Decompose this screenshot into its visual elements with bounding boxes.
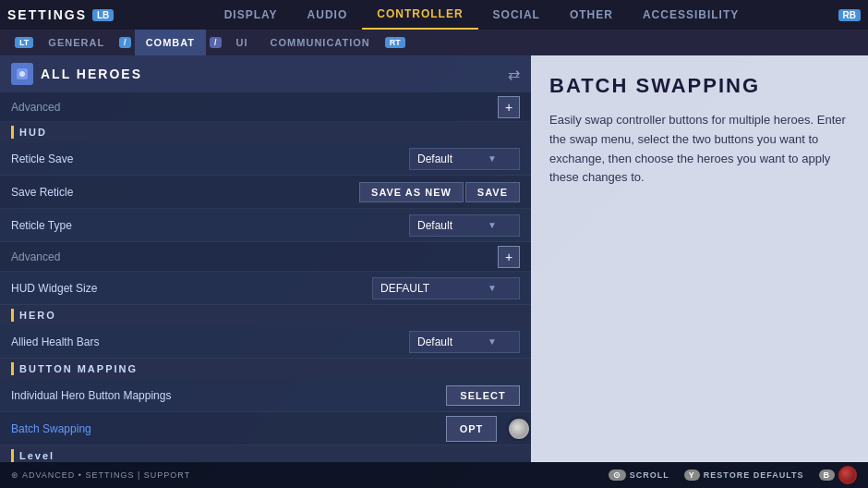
nav-display[interactable]: DISPLAY [210, 0, 293, 30]
reticle-type-value: Default [417, 219, 452, 232]
nav-accessibility[interactable]: ACCESSIBILITY [628, 0, 753, 30]
reticle-advanced-row: Advanced + [0, 242, 531, 272]
b-action[interactable]: B [819, 466, 858, 484]
nav-social[interactable]: SOCIAL [478, 0, 555, 30]
sub-navigation: LT GENERAL / COMBAT / UI COMMUNICATION R… [0, 30, 868, 55]
hud-widget-size-label: HUD Widget Size [11, 282, 372, 295]
level-section-header: Level [0, 445, 531, 462]
settings-title: SETTINGS [7, 7, 87, 22]
individual-hero-row: Individual Hero Button Mappings SELECT [0, 379, 531, 412]
reticle-advanced-label: Advanced [11, 250, 498, 263]
hud-section-header: HUD [0, 122, 531, 142]
sub-general[interactable]: GENERAL [37, 30, 115, 55]
nav-other[interactable]: OTHER [555, 0, 628, 30]
scroll-action: ⊙ SCROLL [609, 470, 669, 481]
lt-badge[interactable]: LT [15, 37, 33, 48]
restore-badge: Y [684, 470, 700, 481]
bottom-right-actions: ⊙ SCROLL Y RESTORE DEFAULTS B [609, 466, 857, 484]
allied-health-bars-value: Default [417, 336, 452, 348]
info-description: Easily swap controller buttons for multi… [549, 111, 850, 188]
sub-combat[interactable]: COMBAT [135, 30, 206, 55]
reticle-advanced-plus-button[interactable]: + [498, 246, 520, 268]
reticle-save-dropdown[interactable]: Default ▼ [409, 148, 520, 170]
restore-label: RESTORE DEFAULTS [704, 470, 804, 480]
hud-widget-size-value: DEFAULT [380, 282, 429, 295]
lb-badge[interactable]: LB [92, 9, 114, 21]
batch-swapping-label[interactable]: Batch Swapping [11, 422, 446, 435]
level-label: Level [19, 450, 54, 461]
save-reticle-buttons: SAVE AS NEW SAVE [359, 182, 520, 202]
save-as-new-button[interactable]: SAVE AS NEW [359, 182, 464, 202]
reticle-save-label: Reticle Save [11, 152, 409, 165]
ui-separator: / [210, 37, 222, 48]
hero-label: HERO [19, 310, 56, 321]
allied-health-bars-dropdown[interactable]: Default ▼ [409, 331, 520, 353]
hero-name: ALL HEROES [41, 67, 500, 81]
restore-defaults-action[interactable]: Y RESTORE DEFAULTS [684, 470, 804, 481]
b-icon [838, 466, 857, 484]
svg-point-1 [19, 71, 25, 77]
b-badge: B [819, 470, 836, 481]
bottom-bar: ⊛ ADVANCED • SETTINGS | SUPPORT ⊙ SCROLL… [0, 462, 868, 488]
save-reticle-row: Save Reticle SAVE AS NEW SAVE [0, 176, 531, 209]
top-navigation: SETTINGS LB DISPLAY AUDIO CONTROLLER SOC… [0, 0, 868, 30]
nav-audio[interactable]: AUDIO [293, 0, 363, 30]
scroll-badge: ⊙ [609, 470, 626, 481]
allied-health-bars-arrow: ▼ [488, 336, 497, 347]
select-button[interactable]: SELECT [446, 385, 520, 406]
save-reticle-label: Save Reticle [11, 186, 359, 199]
main-content: ALL HEROES ⇄ Advanced + HUD Reticle Save… [0, 55, 868, 462]
info-title: BATCH SWAPPING [549, 74, 850, 98]
left-panel: ALL HEROES ⇄ Advanced + HUD Reticle Save… [0, 55, 531, 462]
reticle-type-label: Reticle Type [11, 219, 409, 232]
hud-widget-size-arrow: ▼ [488, 283, 497, 293]
spinner-icon [509, 419, 529, 439]
scroll-label: SCROLL [630, 470, 669, 480]
swap-icon[interactable]: ⇄ [508, 66, 520, 83]
right-panel: BATCH SWAPPING Easily swap controller bu… [531, 55, 868, 462]
nav-items: DISPLAY AUDIO CONTROLLER SOCIAL OTHER AC… [125, 0, 838, 30]
save-button[interactable]: SAVE [465, 182, 520, 202]
rb-badge[interactable]: RB [838, 9, 861, 21]
reticle-save-row: Reticle Save Default ▼ [0, 142, 531, 176]
rt-badge[interactable]: RT [385, 37, 405, 48]
options-button[interactable]: OPT [446, 416, 497, 442]
nav-controller[interactable]: CONTROLLER [362, 0, 477, 30]
hud-label: HUD [19, 127, 47, 138]
button-mapping-section-header: BUTTON MAPPING [0, 359, 531, 379]
reticle-save-arrow: ▼ [488, 153, 497, 164]
reticle-type-arrow: ▼ [488, 220, 497, 230]
allied-health-bars-label: Allied Health Bars [11, 336, 409, 348]
sub-communication[interactable]: COMMUNICATION [259, 30, 381, 55]
advanced-plus-button[interactable]: + [498, 96, 520, 118]
combat-separator: / [119, 37, 131, 48]
sub-ui[interactable]: UI [225, 30, 259, 55]
hud-widget-size-dropdown[interactable]: DEFAULT ▼ [372, 277, 520, 299]
reticle-type-dropdown[interactable]: Default ▼ [409, 214, 520, 237]
button-mapping-label: BUTTON MAPPING [19, 363, 138, 374]
hero-section-header: HERO [0, 305, 531, 325]
hero-selector[interactable]: ALL HEROES ⇄ [0, 55, 531, 92]
individual-hero-label: Individual Hero Button Mappings [11, 389, 446, 402]
hud-widget-size-row: HUD Widget Size DEFAULT ▼ [0, 272, 531, 305]
bottom-left-text: ⊛ ADVANCED • SETTINGS | SUPPORT [11, 470, 190, 480]
reticle-save-value: Default [417, 152, 452, 165]
batch-swapping-options: OPT [446, 416, 520, 442]
allied-health-bars-row: Allied Health Bars Default ▼ [0, 325, 531, 359]
advanced-label: Advanced [11, 101, 498, 114]
hero-icon [11, 63, 33, 85]
reticle-type-row: Reticle Type Default ▼ [0, 209, 531, 242]
advanced-row: Advanced + [0, 92, 531, 122]
batch-swapping-row: Batch Swapping OPT [0, 412, 531, 445]
